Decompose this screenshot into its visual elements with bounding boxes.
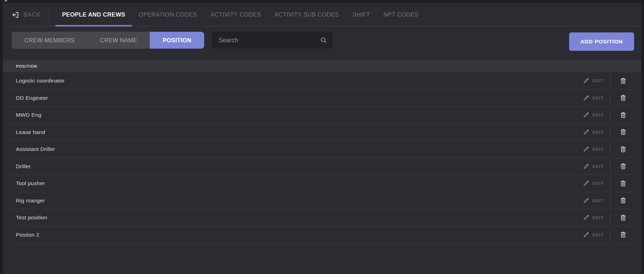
table-row: Driller EDIT: [3, 158, 641, 175]
top-tab[interactable]: NPT CODES: [377, 3, 425, 26]
top-tab[interactable]: ACTIVITY SUB CODES: [268, 3, 346, 26]
position-cell: DD Engineer: [16, 95, 583, 101]
edit-label: EDIT: [593, 181, 604, 185]
pencil-icon: [583, 163, 589, 170]
trash-icon: [620, 94, 627, 102]
position-cell: MWD Eng: [16, 112, 583, 118]
pencil-icon: [583, 214, 589, 221]
top-tab-bar: PEOPLE AND CREWS OPERATION CODES ACTIVIT…: [55, 3, 425, 26]
position-cell: Assistant Driller: [16, 146, 583, 152]
position-cell: Postion 2: [16, 232, 583, 238]
delete-button[interactable]: [616, 163, 631, 170]
delete-button[interactable]: [616, 214, 631, 221]
pencil-icon: [583, 146, 589, 152]
top-tab[interactable]: PEOPLE AND CREWS: [55, 3, 132, 26]
top-tab-label: PEOPLE AND CREWS: [62, 11, 125, 18]
position-cell: Logistic coordinator: [16, 78, 583, 84]
table-row: Tool pusher EDIT: [3, 175, 641, 192]
edit-button[interactable]: EDIT: [583, 214, 604, 221]
top-tab-label: OPERATION CODES: [139, 11, 197, 18]
top-tab-label: ACTIVITY CODES: [211, 11, 261, 18]
subtab[interactable]: POSITION: [150, 32, 204, 49]
delete-button[interactable]: [616, 197, 631, 204]
top-tab-label: SHIFT: [353, 11, 370, 18]
search-input[interactable]: [219, 37, 320, 44]
position-table-body: Logistic coordinator EDIT: [3, 72, 641, 274]
action-divider: [610, 160, 610, 173]
pencil-icon: [583, 95, 589, 101]
window-edge-artifact: [5, 0, 7, 1]
pencil-icon: [583, 232, 589, 238]
subtab-group: CREW MEMBERS CREW NAME POSITION: [12, 32, 204, 49]
pencil-icon: [583, 197, 589, 204]
trash-icon: [620, 77, 627, 85]
nav-divider: [48, 8, 48, 22]
action-divider: [610, 177, 610, 190]
edit-button[interactable]: EDIT: [583, 146, 604, 152]
table-row: Postion 2 EDIT: [3, 226, 641, 244]
position-cell: Test position: [16, 214, 583, 221]
trash-icon: [620, 197, 627, 204]
trash-icon: [620, 146, 627, 153]
edit-label: EDIT: [593, 199, 604, 203]
edit-button[interactable]: EDIT: [583, 129, 604, 135]
add-position-button[interactable]: ADD POSITION: [569, 32, 634, 51]
edit-button[interactable]: EDIT: [583, 95, 604, 101]
delete-button[interactable]: [616, 146, 631, 153]
subtab[interactable]: CREW NAME: [87, 32, 150, 49]
top-tab[interactable]: SHIFT: [346, 3, 377, 26]
action-divider: [610, 126, 610, 139]
edit-label: EDIT: [593, 113, 604, 117]
delete-button[interactable]: [616, 94, 631, 102]
trash-icon: [620, 214, 627, 221]
edit-button[interactable]: EDIT: [583, 163, 604, 170]
subtab-label: CREW NAME: [100, 37, 137, 44]
edit-button[interactable]: EDIT: [583, 180, 604, 187]
table-row: Logistic coordinator EDIT: [3, 72, 641, 90]
search-box: [212, 32, 332, 49]
table-row: DD Engineer EDIT: [3, 90, 641, 107]
delete-button[interactable]: [616, 231, 631, 238]
action-divider: [610, 74, 610, 87]
pencil-icon: [583, 129, 589, 135]
delete-button[interactable]: [616, 111, 631, 119]
subtab[interactable]: CREW MEMBERS: [12, 32, 87, 49]
action-divider: [610, 109, 610, 121]
action-divider: [610, 143, 610, 156]
table-row: Rig manger EDIT: [3, 192, 641, 209]
subtab-label: CREW MEMBERS: [24, 37, 75, 44]
action-divider: [610, 92, 610, 104]
search-icon: [320, 37, 327, 44]
table-header: POSITION: [3, 60, 641, 72]
position-cell: Rig manger: [16, 197, 583, 204]
trash-icon: [620, 111, 627, 119]
table-row: MWD Eng EDIT: [3, 106, 641, 124]
action-divider: [610, 211, 610, 224]
edit-label: EDIT: [593, 164, 604, 169]
trash-icon: [620, 180, 627, 187]
table-row: Assistant Driller EDIT: [3, 141, 641, 158]
delete-button[interactable]: [616, 77, 631, 85]
top-tab-label: NPT CODES: [383, 11, 419, 18]
edit-button[interactable]: EDIT: [583, 232, 604, 238]
edit-label: EDIT: [593, 79, 604, 83]
edit-label: EDIT: [593, 147, 604, 151]
edit-label: EDIT: [593, 215, 604, 220]
edit-button[interactable]: EDIT: [583, 197, 604, 204]
edit-button[interactable]: EDIT: [583, 78, 604, 84]
top-tab[interactable]: ACTIVITY CODES: [204, 3, 268, 26]
back-button[interactable]: BACK: [12, 11, 41, 19]
edit-label: EDIT: [593, 130, 604, 134]
edit-label: EDIT: [593, 233, 604, 237]
trash-icon: [620, 128, 627, 136]
position-column-header: POSITION: [16, 64, 37, 68]
position-cell: Tool pusher: [16, 180, 583, 187]
edit-button[interactable]: EDIT: [583, 112, 604, 118]
settings-panel: BACK PEOPLE AND CREWS OPERATION CODES AC…: [3, 3, 641, 274]
delete-button[interactable]: [616, 180, 631, 187]
top-tab[interactable]: OPERATION CODES: [132, 3, 204, 26]
delete-button[interactable]: [616, 128, 631, 136]
subtab-label: POSITION: [163, 37, 191, 44]
position-cell: Lease hand: [16, 129, 583, 135]
back-arrow-icon: [12, 11, 19, 19]
